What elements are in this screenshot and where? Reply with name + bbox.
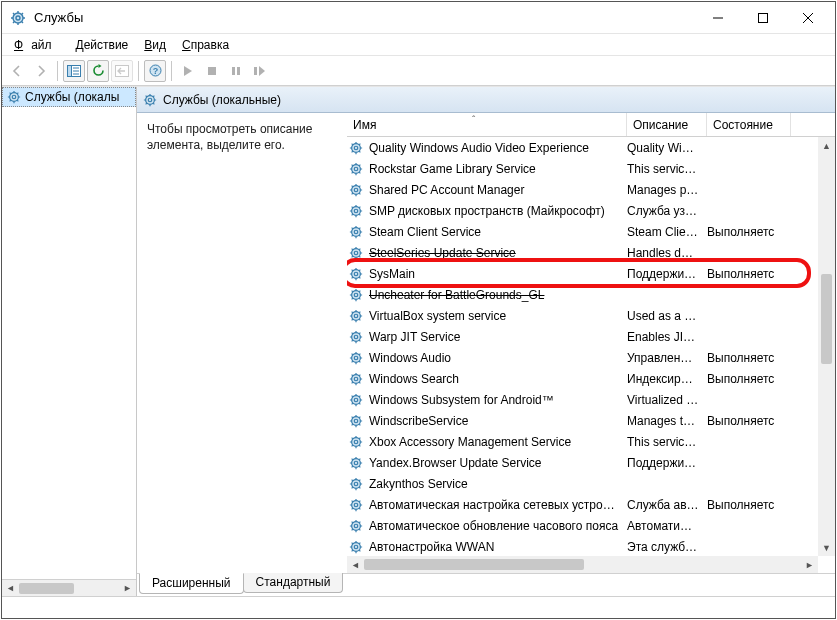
column-description[interactable]: Описание: [627, 113, 707, 136]
service-row[interactable]: Windows AudioУправлен…Выполняетс: [347, 347, 818, 368]
service-description: Handles d…: [623, 246, 703, 260]
service-row[interactable]: Xbox Accessory Management ServiceThis se…: [347, 431, 818, 452]
svg-rect-4: [68, 65, 72, 76]
chevron-right-icon[interactable]: ►: [801, 560, 818, 570]
menu-action[interactable]: Действие: [68, 36, 137, 54]
svg-point-32: [352, 311, 361, 320]
svg-point-14: [146, 95, 155, 104]
show-hide-tree-button[interactable]: [63, 60, 85, 82]
sort-indicator-icon: ˆ: [472, 115, 475, 126]
svg-point-50: [352, 500, 361, 509]
service-row[interactable]: Quality Windows Audio Video ExperienceQu…: [347, 137, 818, 158]
service-icon: [347, 204, 365, 218]
column-name[interactable]: Имя: [347, 113, 627, 136]
description-panel: Чтобы просмотреть описание элемента, выд…: [137, 113, 347, 573]
svg-point-0: [13, 13, 23, 23]
scrollbar-thumb[interactable]: [821, 274, 832, 364]
service-row[interactable]: SMP дисковых пространств (Майкрософт)Слу…: [347, 200, 818, 221]
service-description: Индексир…: [623, 372, 703, 386]
tab-extended[interactable]: Расширенный: [139, 573, 244, 594]
vertical-scrollbar[interactable]: ▲ ▼: [818, 137, 835, 556]
help-button[interactable]: ?: [144, 60, 166, 82]
titlebar: Службы: [2, 2, 835, 34]
service-icon: [347, 393, 365, 407]
rows-container: Quality Windows Audio Video ExperienceQu…: [347, 137, 818, 556]
service-description: Управлен…: [623, 351, 703, 365]
service-name: Shared PC Account Manager: [365, 183, 623, 197]
svg-point-38: [352, 374, 361, 383]
service-description: Автомати…: [623, 519, 703, 533]
maximize-button[interactable]: [740, 3, 785, 33]
service-row[interactable]: VirtualBox system serviceUsed as a …: [347, 305, 818, 326]
service-description: Used as a …: [623, 309, 703, 323]
service-row[interactable]: Windows SearchИндексир…Выполняетс: [347, 368, 818, 389]
scrollbar-thumb[interactable]: [364, 559, 584, 570]
scrollbar-thumb[interactable]: [19, 583, 74, 594]
service-description: Manages p…: [623, 183, 703, 197]
service-description: Manages t…: [623, 414, 703, 428]
service-row[interactable]: SysMainПоддержи…Выполняетс: [347, 263, 818, 284]
service-row[interactable]: Автонастройка WWANЭта служба…: [347, 536, 818, 556]
tree-item-label: Службы (локалы: [25, 90, 119, 104]
service-name: Zakynthos Service: [365, 477, 623, 491]
service-row[interactable]: Автоматическая настройка сетевых устройс…: [347, 494, 818, 515]
tree-hscrollbar[interactable]: ◄ ►: [2, 579, 136, 596]
service-row[interactable]: Автоматическое обновление часового пояса…: [347, 515, 818, 536]
svg-point-26: [352, 248, 361, 257]
service-state: Выполняетс: [703, 267, 787, 281]
toolbar-separator: [138, 61, 139, 81]
svg-rect-2: [758, 13, 767, 22]
svg-point-20: [352, 185, 361, 194]
service-row[interactable]: Uncheater for BattleGrounds_GL: [347, 284, 818, 305]
tab-standard[interactable]: Стандартный: [243, 573, 344, 593]
service-row[interactable]: Warp JIT ServiceEnables JIT …: [347, 326, 818, 347]
service-icon: [347, 351, 365, 365]
service-row[interactable]: SteelSeries Update ServiceHandles d…: [347, 242, 818, 263]
list-body: Чтобы просмотреть описание элемента, выд…: [137, 113, 835, 574]
service-icon: [347, 141, 365, 155]
svg-point-52: [352, 521, 361, 530]
export-button: [111, 60, 133, 82]
list-header-bar: Службы (локальные): [137, 87, 835, 113]
menu-help[interactable]: Справка: [174, 36, 237, 54]
service-icon: [347, 498, 365, 512]
close-button[interactable]: [785, 3, 830, 33]
service-row[interactable]: Steam Client ServiceSteam Clie…Выполняет…: [347, 221, 818, 242]
service-row[interactable]: WindscribeServiceManages t…Выполняетс: [347, 410, 818, 431]
chevron-up-icon[interactable]: ▲: [818, 137, 835, 154]
service-row[interactable]: Rockstar Game Library ServiceThis servic…: [347, 158, 818, 179]
service-icon: [347, 225, 365, 239]
service-icon: [347, 519, 365, 533]
service-name: Windows Subsystem for Android™: [365, 393, 623, 407]
service-name: Автоматическое обновление часового пояса: [365, 519, 623, 533]
service-name: Автоматическая настройка сетевых устройс…: [365, 498, 623, 512]
service-description: This servic…: [623, 435, 703, 449]
chevron-down-icon[interactable]: ▼: [818, 539, 835, 556]
service-row[interactable]: Zakynthos Service: [347, 473, 818, 494]
horizontal-scrollbar[interactable]: ◄ ►: [347, 556, 818, 573]
column-state[interactable]: Состояние: [707, 113, 791, 136]
chevron-left-icon[interactable]: ◄: [2, 580, 19, 597]
menu-view[interactable]: Вид: [136, 36, 174, 54]
service-description: Quality Wi…: [623, 141, 703, 155]
refresh-button[interactable]: [87, 60, 109, 82]
service-row[interactable]: Windows Subsystem for Android™Virtualize…: [347, 389, 818, 410]
service-icon: [347, 309, 365, 323]
svg-point-22: [352, 206, 361, 215]
chevron-left-icon[interactable]: ◄: [347, 560, 364, 570]
svg-point-16: [352, 143, 361, 152]
menu-file[interactable]: Файл: [6, 36, 68, 54]
svg-rect-9: [232, 67, 235, 75]
service-row[interactable]: Yandex.Browser Update ServiceПоддержи…: [347, 452, 818, 473]
minimize-button[interactable]: [695, 3, 740, 33]
service-row[interactable]: Shared PC Account ManagerManages p…: [347, 179, 818, 200]
pause-service-button: [225, 60, 247, 82]
column-headers: Имя Описание Состояние ˆ: [347, 113, 835, 137]
services-list: Имя Описание Состояние ˆ Quality Windows…: [347, 113, 835, 573]
svg-point-28: [352, 269, 361, 278]
restart-service-button: [249, 60, 271, 82]
tree-item-services-local[interactable]: Службы (локалы: [2, 87, 136, 107]
chevron-right-icon[interactable]: ►: [119, 580, 136, 597]
service-description: Поддержи…: [623, 456, 703, 470]
svg-point-18: [352, 164, 361, 173]
